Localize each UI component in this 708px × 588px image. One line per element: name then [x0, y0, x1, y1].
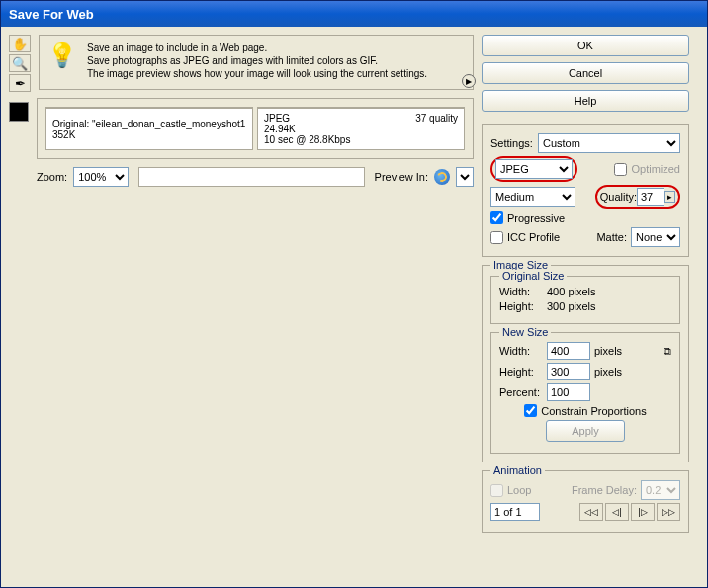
last-frame-button[interactable]: ▷▷ [657, 503, 680, 521]
settings-panel: Settings: Custom JPEG Optimized Medium Q… [482, 124, 689, 257]
constrain-checkbox[interactable] [524, 404, 537, 417]
hint-panel: 💡 Save an image to include in a Web page… [39, 35, 474, 90]
eyedropper-tool[interactable]: ✒ [9, 74, 31, 92]
matte-select[interactable]: None [631, 227, 680, 247]
ok-button[interactable]: OK [482, 35, 689, 56]
zoom-bar: Zoom: 100% Preview In: [37, 167, 474, 187]
link-icon[interactable]: ⧉ [664, 345, 671, 358]
progressive-label: Progressive [507, 212, 565, 224]
cancel-button[interactable]: Cancel [482, 62, 689, 84]
zoom-select[interactable]: 100% [73, 167, 129, 187]
hand-tool[interactable]: ✋ [9, 35, 31, 52]
icc-label: ICC Profile [507, 231, 560, 243]
orig-width: 400 pixels [547, 286, 596, 297]
window-title: Save For Web [9, 7, 94, 22]
first-frame-button[interactable]: ◁◁ [579, 503, 603, 521]
icc-checkbox[interactable] [490, 231, 503, 244]
settings-label: Settings: [490, 137, 534, 149]
hint-line: Save photographs as JPEG and images with… [87, 54, 427, 67]
help-button[interactable]: Help [482, 90, 689, 112]
preview-menu-icon[interactable]: ▶ [462, 74, 476, 88]
quality-label: Quality: [600, 191, 637, 203]
tool-palette: ✋ 🔍 ✒ [9, 35, 33, 92]
frame-delay-label: Frame Delay: [572, 484, 637, 496]
optimized-info: JPEG37 quality 24.94K 10 sec @ 28.8Kbps [258, 108, 464, 149]
new-height-input[interactable] [547, 363, 590, 380]
preview-area: Original: "eilean_donan_castle_moneyshot… [37, 98, 474, 159]
frame-counter [490, 503, 540, 521]
hint-line: Save an image to include in a Web page. [87, 42, 427, 54]
loop-label: Loop [507, 484, 531, 496]
format-select[interactable]: JPEG [495, 159, 573, 179]
lightbulb-icon: 💡 [47, 42, 77, 69]
animation-fieldset: Animation Loop Frame Delay: 0.2 ◁◁ ◁| |▷ [482, 470, 689, 533]
prev-frame-button[interactable]: ◁| [605, 503, 629, 521]
original-pane: Original: "eilean_donan_castle_moneyshot… [45, 107, 253, 150]
matte-label: Matte: [596, 231, 627, 243]
format-highlight: JPEG [490, 156, 577, 182]
percent-input[interactable] [547, 383, 590, 401]
optimized-checkbox[interactable] [614, 163, 627, 176]
original-size-legend: Original Size [499, 270, 567, 282]
hint-line: The image preview shows how your image w… [87, 67, 427, 80]
status-field [138, 167, 364, 187]
animation-legend: Animation [490, 464, 545, 476]
new-size-fieldset: New Size Width:pixels ⧉ Height:pixels Pe… [490, 332, 680, 454]
original-info: Original: "eilean_donan_castle_moneyshot… [46, 108, 252, 149]
quality-input[interactable] [637, 188, 664, 206]
settings-preset-select[interactable]: Custom [538, 133, 680, 153]
quality-slider-icon[interactable]: ▸ [664, 191, 675, 203]
preview-in-label: Preview In: [375, 171, 428, 183]
save-for-web-dialog: Save For Web ✋ 🔍 ✒ 💡 Save an image to in… [0, 0, 708, 588]
image-size-fieldset: Image Size Original Size Width:400 pixel… [482, 265, 689, 462]
next-frame-button[interactable]: |▷ [631, 503, 655, 521]
apply-button[interactable]: Apply [546, 420, 625, 442]
frame-delay-select[interactable]: 0.2 [641, 480, 680, 500]
zoom-tool[interactable]: 🔍 [9, 54, 31, 72]
optimized-pane: JPEG37 quality 24.94K 10 sec @ 28.8Kbps [257, 107, 465, 150]
ie-icon [434, 169, 450, 185]
optimized-label: Optimized [631, 163, 680, 175]
quality-preset-select[interactable]: Medium [490, 187, 575, 207]
orig-height: 300 pixels [547, 300, 596, 312]
new-size-legend: New Size [499, 326, 551, 338]
constrain-label: Constrain Proportions [541, 405, 646, 417]
loop-checkbox[interactable] [490, 484, 503, 497]
new-width-input[interactable] [547, 342, 590, 360]
original-size-fieldset: Original Size Width:400 pixels Height:30… [490, 276, 680, 324]
eyedropper-color-swatch[interactable] [9, 102, 29, 122]
titlebar: Save For Web [1, 1, 707, 27]
preview-in-select[interactable] [456, 167, 474, 187]
zoom-label: Zoom: [37, 171, 67, 183]
progressive-checkbox[interactable] [490, 211, 503, 224]
quality-highlight: Quality: ▸ [595, 185, 680, 209]
